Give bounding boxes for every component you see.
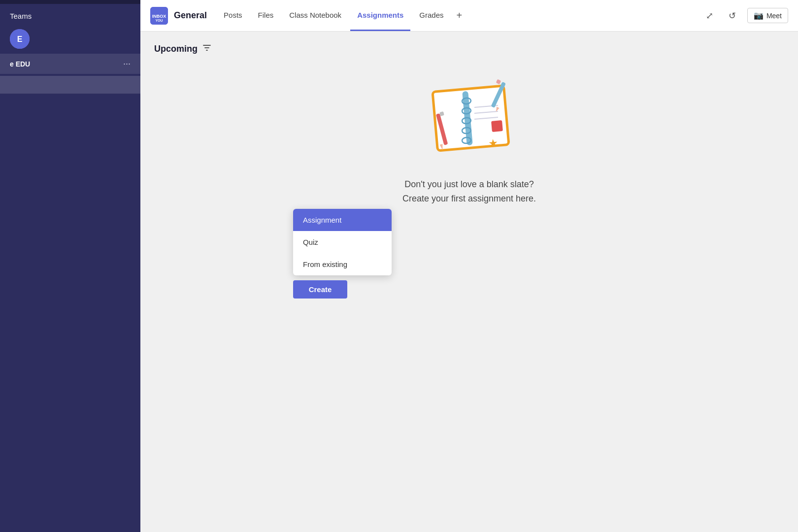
topbar-actions: ⤢ ↺ 📷 Meet: [702, 8, 788, 24]
tab-class-notebook[interactable]: Class Notebook: [282, 0, 348, 31]
avatar-icon: E: [10, 29, 30, 49]
blank-slate-area: ★ Don't you just love a blank slate? Cre…: [154, 74, 784, 206]
sidebar: Teams E e EDU ···: [0, 0, 140, 532]
blank-slate-line2: Create your first assignment here.: [402, 192, 536, 206]
teams-label: Teams: [0, 4, 140, 24]
upcoming-title: Upcoming: [154, 44, 198, 54]
blank-slate-line1: Don't you just love a blank slate?: [402, 177, 536, 192]
sidebar-top-bar: [0, 0, 140, 4]
content-area: Upcoming: [140, 32, 798, 532]
dropdown-menu: Assignment Quiz From existing: [293, 209, 392, 275]
from-existing-label: From existing: [303, 260, 347, 268]
svg-rect-19: [496, 79, 501, 85]
camera-icon: 📷: [754, 11, 764, 20]
team-icon: INBOX YOU: [150, 7, 168, 25]
selected-row: [0, 76, 140, 94]
add-tab-button[interactable]: +: [453, 0, 466, 31]
channel-item[interactable]: e EDU ···: [0, 54, 140, 74]
main-content: INBOX YOU General Posts Files Class Note…: [140, 0, 798, 532]
svg-text:E: E: [17, 35, 23, 43]
quiz-label: Quiz: [303, 238, 318, 246]
create-button[interactable]: Create: [293, 280, 347, 299]
tab-files[interactable]: Files: [251, 0, 281, 31]
svg-rect-15: [491, 120, 503, 132]
meet-label: Meet: [766, 12, 782, 20]
notebook-illustration: ★: [415, 74, 524, 163]
expand-icon: ⤢: [706, 10, 713, 21]
dropdown-item-quiz[interactable]: Quiz: [293, 231, 392, 253]
filter-svg: [202, 43, 211, 52]
upcoming-header: Upcoming: [154, 43, 784, 54]
create-area: Assignment Quiz From existing Create: [293, 209, 392, 299]
refresh-icon: ↺: [729, 10, 736, 21]
svg-text:★: ★: [487, 136, 498, 150]
topbar: INBOX YOU General Posts Files Class Note…: [140, 0, 798, 32]
avatar: E: [10, 29, 30, 49]
dropdown-item-assignment[interactable]: Assignment: [293, 209, 392, 231]
dropdown-item-from-existing[interactable]: From existing: [293, 253, 392, 275]
team-name: General: [174, 10, 207, 21]
refresh-button[interactable]: ↺: [725, 8, 740, 24]
team-logo-icon: INBOX YOU: [150, 7, 168, 25]
nav-tabs: Posts Files Class Notebook Assignments G…: [217, 0, 702, 31]
blank-slate-text: Don't you just love a blank slate? Creat…: [402, 177, 536, 206]
assignment-label: Assignment: [303, 216, 341, 224]
filter-icon[interactable]: [202, 43, 211, 54]
channel-name: e EDU: [10, 60, 30, 68]
svg-text:INBOX: INBOX: [152, 14, 166, 19]
svg-text:YOU: YOU: [155, 19, 163, 22]
tab-assignments[interactable]: Assignments: [350, 0, 410, 31]
tab-grades[interactable]: Grades: [412, 0, 450, 31]
tab-posts[interactable]: Posts: [217, 0, 249, 31]
expand-button[interactable]: ⤢: [702, 8, 718, 24]
more-button[interactable]: ···: [123, 59, 131, 69]
meet-button[interactable]: 📷 Meet: [747, 8, 788, 23]
